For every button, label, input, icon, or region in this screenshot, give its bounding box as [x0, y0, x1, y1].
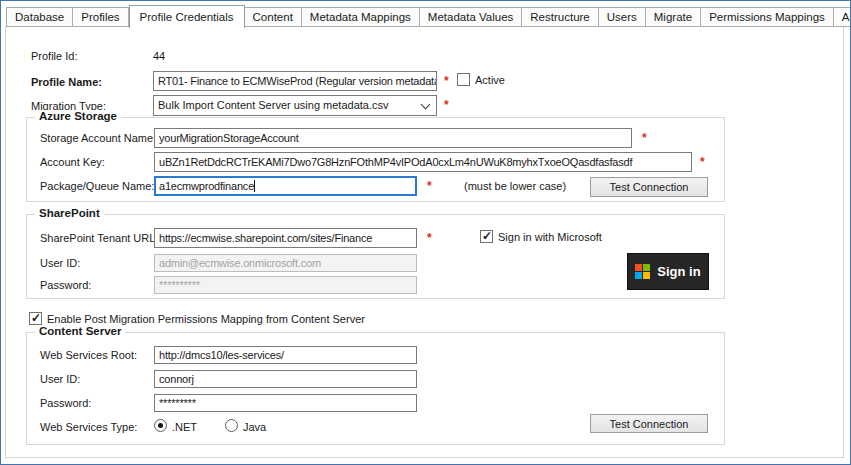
- profile-name-input[interactable]: RT01- Finance to ECMWiseProd (Regular ve…: [153, 71, 437, 91]
- chevron-down-icon: [421, 100, 431, 110]
- profile-id-value: 44: [153, 50, 165, 62]
- active-checkbox-label: Active: [475, 74, 505, 86]
- azure-test-connection-button[interactable]: Test Connection: [590, 177, 708, 197]
- storage-account-name-label: Storage Account Name:: [40, 132, 156, 144]
- ws-type-radio-net[interactable]: [154, 419, 167, 432]
- sharepoint-group: SharePoint SharePoint Tenant URL: https:…: [26, 214, 725, 299]
- tab-restructure[interactable]: Restructure: [522, 7, 598, 27]
- active-checkbox[interactable]: [457, 73, 470, 86]
- ws-root-input[interactable]: http://dmcs10/les-services/: [154, 346, 417, 364]
- azure-storage-group: Azure Storage Storage Account Name: your…: [26, 117, 725, 202]
- storage-account-name-input[interactable]: yourMigrationStorageAccount: [154, 128, 632, 148]
- content-server-group-title: Content Server: [35, 325, 125, 337]
- sp-password-label: Password:: [40, 279, 91, 291]
- tab-about[interactable]: About: [834, 7, 851, 27]
- ws-type-net-label: .NET: [172, 421, 197, 433]
- tab-profiles[interactable]: Profiles: [73, 7, 128, 27]
- tenant-url-input[interactable]: https://ecmwise.sharepoint.com/sites/Fin…: [154, 228, 417, 248]
- enable-post-migration-label: Enable Post Migration Permissions Mappin…: [47, 313, 365, 325]
- profile-id-label: Profile Id:: [31, 50, 77, 62]
- azure-storage-group-title: Azure Storage: [35, 110, 121, 122]
- package-queue-name-label: Package/Queue Name:: [40, 180, 154, 192]
- sign-in-with-microsoft-label: Sign in with Microsoft: [498, 231, 602, 243]
- cs-user-id-input[interactable]: connorj: [154, 370, 417, 388]
- profile-name-label: Profile Name:: [31, 76, 102, 88]
- tab-database[interactable]: Database: [6, 7, 73, 27]
- storage-account-required-marker: *: [642, 131, 647, 145]
- cs-user-id-label: User ID:: [40, 373, 80, 385]
- cs-test-connection-button[interactable]: Test Connection: [590, 414, 708, 433]
- account-key-input[interactable]: uBZn1RetDdcRCTrEKAMi7Dwo7G8HznFOthMP4vIP…: [154, 152, 692, 172]
- microsoft-logo-icon: [635, 264, 650, 279]
- microsoft-sign-in-button[interactable]: Sign in: [627, 253, 709, 290]
- account-key-label: Account Key:: [40, 156, 105, 168]
- sp-password-input: **********: [154, 276, 417, 294]
- lower-case-note: (must be lower case): [464, 180, 566, 192]
- tab-metadata-mappings[interactable]: Metadata Mappings: [302, 7, 420, 27]
- cs-password-input[interactable]: *********: [154, 394, 417, 412]
- sp-user-id-label: User ID:: [40, 257, 80, 269]
- tab-profile-credentials[interactable]: Profile Credentials: [129, 5, 245, 28]
- ws-type-java-label: Java: [243, 421, 266, 433]
- tenant-url-label: SharePoint Tenant URL:: [40, 232, 158, 244]
- content-server-group: Content Server Web Services Root: http:/…: [26, 332, 725, 445]
- ws-type-label: Web Services Type:: [40, 421, 137, 433]
- package-queue-name-value: a1ecmwprodfinance: [159, 180, 254, 192]
- ws-type-radio-java[interactable]: [225, 419, 238, 432]
- migration-type-required-marker: *: [444, 98, 449, 112]
- tab-bar: DatabaseProfilesProfile CredentialsConte…: [6, 5, 851, 27]
- enable-post-migration-checkbox[interactable]: [29, 312, 42, 325]
- cs-password-label: Password:: [40, 397, 91, 409]
- app-window: DatabaseProfilesProfile CredentialsConte…: [0, 0, 851, 465]
- package-queue-name-input[interactable]: a1ecmwprodfinance: [154, 176, 417, 196]
- tab-permissions-mappings[interactable]: Permissions Mappings: [701, 7, 834, 27]
- ws-root-label: Web Services Root:: [40, 349, 137, 361]
- package-queue-required-marker: *: [427, 179, 432, 193]
- account-key-required-marker: *: [700, 155, 705, 169]
- tenant-url-required-marker: *: [427, 231, 432, 245]
- sign-in-button-label: Sign in: [657, 264, 700, 279]
- tab-metadata-values[interactable]: Metadata Values: [420, 7, 522, 27]
- profile-name-required-marker: *: [444, 74, 449, 88]
- sharepoint-group-title: SharePoint: [35, 207, 104, 219]
- sign-in-with-microsoft-checkbox[interactable]: [480, 230, 493, 243]
- tab-content[interactable]: Content: [245, 7, 302, 27]
- migration-type-value: Bulk Import Content Server using metadat…: [158, 99, 389, 111]
- tab-migrate[interactable]: Migrate: [646, 7, 701, 27]
- migration-type-select[interactable]: Bulk Import Content Server using metadat…: [153, 95, 437, 116]
- text-caret: [254, 180, 255, 192]
- tab-users[interactable]: Users: [599, 7, 646, 27]
- sp-user-id-input: admin@ecmwise.onmicrosoft.com: [154, 254, 417, 272]
